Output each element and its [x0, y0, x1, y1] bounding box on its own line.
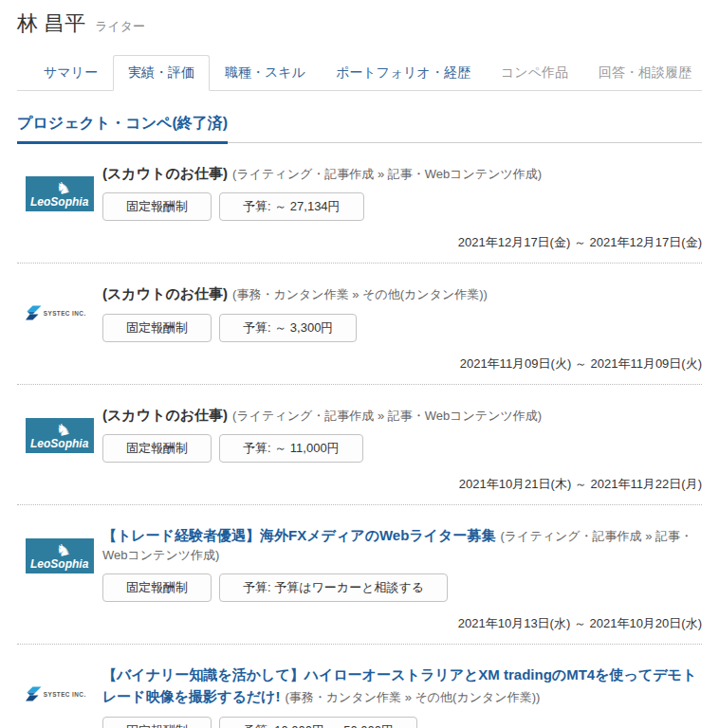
leosophia-logo-icon	[26, 538, 94, 573]
completed-project-list: (スカウトのお仕事)(ライティング・記事作成 » 記事・Webコンテンツ作成) …	[17, 143, 702, 728]
project-category: (ライティング・記事作成 » 記事・Webコンテンツ作成)	[232, 167, 542, 181]
reward-type-badge: 固定報酬制	[102, 314, 212, 342]
reward-type-badge: 固定報酬制	[102, 434, 212, 463]
project-row: SYSTEC INC. 【バイナリー知識を活かして】ハイローオーストラリアとXM…	[17, 645, 702, 728]
leosophia-logo-icon	[26, 418, 94, 453]
project-title-link[interactable]: 【トレード経験者優遇】海外FXメディアのWebライター募集	[102, 527, 495, 543]
project-tags: 固定報酬制 予算: ～ 27,134円	[102, 192, 702, 221]
project-category: (事務・カンタン作業 » その他(カンタン作業))	[285, 690, 540, 704]
reward-type-badge: 固定報酬制	[102, 192, 212, 221]
budget-badge: 予算: ～ 27,134円	[219, 192, 364, 221]
systec-logo-text: SYSTEC INC.	[44, 691, 86, 698]
project-body: (スカウトのお仕事)(ライティング・記事作成 » 記事・Webコンテンツ作成) …	[102, 404, 702, 493]
project-row: SYSTEC INC. (スカウトのお仕事)(事務・カンタン作業 » その他(カ…	[17, 264, 702, 384]
project-body: (スカウトのお仕事)(ライティング・記事作成 » 記事・Webコンテンツ作成) …	[102, 162, 702, 251]
project-row: (スカウトのお仕事)(ライティング・記事作成 » 記事・Webコンテンツ作成) …	[17, 143, 702, 264]
project-date-range: 2021年11月09日(火) ～ 2021年11月09日(火)	[102, 355, 702, 373]
project-category: (事務・カンタン作業 » その他(カンタン作業))	[232, 287, 488, 301]
tab-answer-history[interactable]: 回答・相談履歴	[583, 55, 707, 91]
project-tags: 固定報酬制 予算: 10,000円 ～ 50,000円	[102, 717, 702, 728]
budget-badge: 予算: ～ 11,000円	[219, 434, 363, 463]
budget-badge: 予算: 予算はワーカーと相談する	[219, 573, 448, 602]
project-body: 【トレード経験者優遇】海外FXメディアのWebライター募集(ライティング・記事作…	[102, 524, 702, 632]
client-logo-systec: SYSTEC INC.	[26, 297, 94, 372]
project-title: (スカウトのお仕事)	[102, 285, 228, 301]
profile-page: 林 昌平ライター サマリー 実績・評価 職種・スキル ポートフォリオ・経歴 コン…	[0, 0, 719, 728]
project-row: (スカウトのお仕事)(ライティング・記事作成 » 記事・Webコンテンツ作成) …	[17, 385, 702, 505]
tab-job-skills[interactable]: 職種・スキル	[210, 55, 321, 91]
reward-type-badge: 固定報酬制	[102, 717, 212, 728]
profile-tabbar: サマリー 実績・評価 職種・スキル ポートフォリオ・経歴 コンペ作品 回答・相談…	[17, 55, 702, 91]
project-title: (スカウトのお仕事)	[102, 165, 228, 181]
client-logo-leosophia	[26, 418, 94, 493]
client-logo-leosophia	[26, 538, 94, 632]
project-title: (スカウトのお仕事)	[102, 407, 228, 423]
project-date-range: 2021年12月17日(金) ～ 2021年12月17日(金)	[102, 234, 702, 251]
leosophia-logo-icon	[26, 176, 94, 211]
budget-badge: 予算: ～ 3,300円	[219, 314, 357, 342]
profile-name: 林 昌平	[17, 11, 85, 35]
project-body: 【バイナリー知識を活かして】ハイローオーストラリアとXM tradingのMT4…	[102, 664, 702, 728]
project-tags: 固定報酬制 予算: ～ 3,300円	[102, 314, 702, 342]
reward-type-badge: 固定報酬制	[102, 573, 212, 602]
section-header: プロジェクト・コンペ(終了済)	[17, 114, 702, 143]
project-tags: 固定報酬制 予算: 予算はワーカーと相談する	[102, 573, 702, 602]
tab-ranking[interactable]: ランキング	[707, 55, 719, 91]
project-category: (ライティング・記事作成 » 記事・Webコンテンツ作成)	[232, 409, 542, 423]
client-logo-leosophia	[26, 176, 94, 251]
client-logo-systec: SYSTEC INC.	[26, 678, 94, 728]
budget-badge: 予算: 10,000円 ～ 50,000円	[219, 717, 417, 728]
systec-logo-text: SYSTEC INC.	[44, 310, 86, 317]
project-date-range: 2021年10月13日(水) ～ 2021年10月20日(水)	[102, 615, 702, 632]
project-date-range: 2021年10月21日(木) ～ 2021年11月22日(月)	[102, 476, 702, 493]
section-title: プロジェクト・コンペ(終了済)	[17, 114, 228, 144]
tab-portfolio-career[interactable]: ポートフォリオ・経歴	[321, 55, 486, 91]
profile-role: ライター	[95, 19, 145, 33]
tab-results-reviews[interactable]: 実績・評価	[113, 55, 210, 91]
systec-logo-icon: SYSTEC INC.	[26, 300, 94, 325]
tab-summary[interactable]: サマリー	[28, 55, 113, 91]
profile-header: 林 昌平ライター	[17, 6, 702, 40]
project-row: 【トレード経験者優遇】海外FXメディアのWebライター募集(ライティング・記事作…	[17, 505, 702, 645]
project-tags: 固定報酬制 予算: ～ 11,000円	[102, 434, 702, 463]
systec-logo-icon: SYSTEC INC.	[26, 682, 94, 706]
tab-contest-works[interactable]: コンペ作品	[486, 55, 583, 91]
project-body: (スカウトのお仕事)(事務・カンタン作業 » その他(カンタン作業)) 固定報酬…	[102, 282, 702, 372]
